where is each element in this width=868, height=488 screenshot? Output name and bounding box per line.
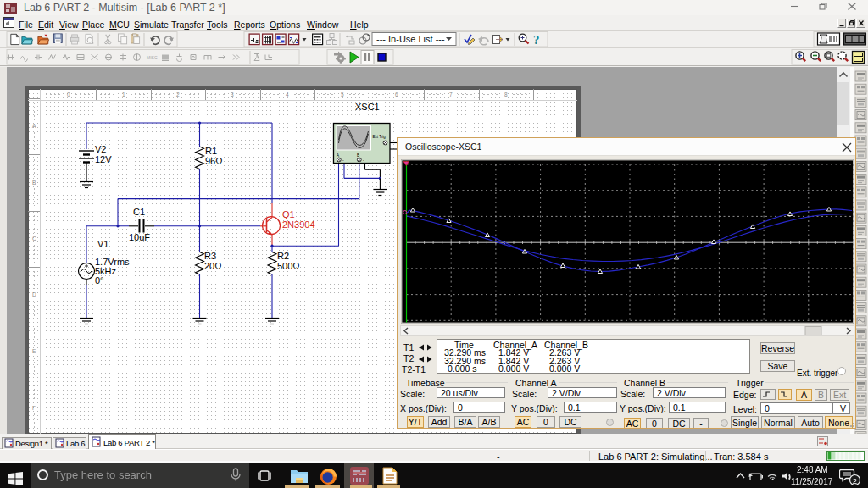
svg-text:C1: C1 (133, 207, 145, 217)
svg-text:XSC1: XSC1 (355, 102, 380, 112)
svg-text:12V: 12V (95, 154, 112, 164)
svg-text:R3: R3 (204, 251, 216, 261)
svg-text:10uF: 10uF (129, 232, 150, 242)
svg-text:MISC: MISC (147, 55, 158, 60)
svg-text:V2: V2 (95, 144, 106, 154)
svg-text:2N3904: 2N3904 (282, 219, 315, 230)
svg-text:--- In-Use List ---: --- In-Use List --- (376, 34, 445, 44)
svg-text:Q1: Q1 (282, 209, 295, 219)
svg-text:96Ω: 96Ω (205, 156, 222, 166)
svg-text:R1: R1 (205, 146, 217, 156)
svg-text:V1: V1 (97, 239, 108, 249)
svg-text:2: 2 (853, 476, 857, 485)
svg-text:R2: R2 (277, 251, 289, 261)
svg-text:0°: 0° (95, 275, 104, 286)
svg-text:20Ω: 20Ω (204, 261, 221, 271)
svg-text:500Ω: 500Ω (277, 261, 300, 271)
svg-text:Ext Trig: Ext Trig (373, 135, 387, 139)
svg-text:A: A (337, 153, 339, 158)
svg-text:?: ? (533, 33, 540, 47)
svg-text:B: B (357, 153, 359, 158)
